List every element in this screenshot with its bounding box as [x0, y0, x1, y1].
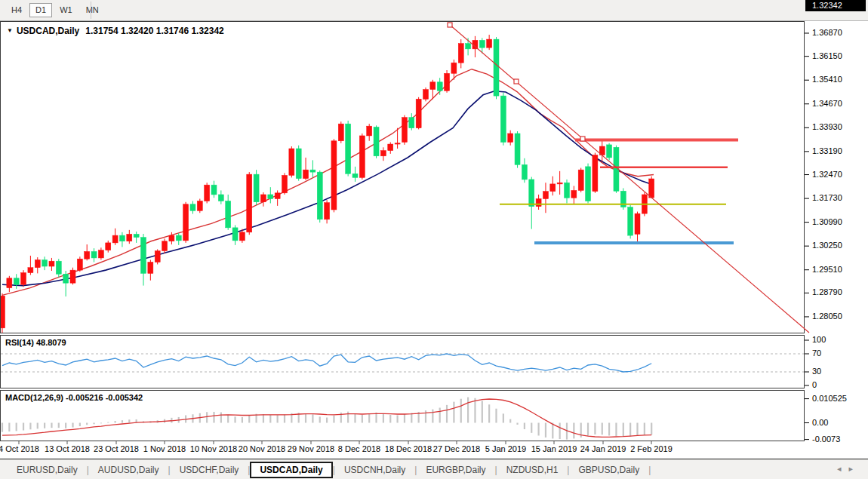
price-axis-label: 1.31730: [812, 193, 842, 202]
price-axis-label: 1.30990: [812, 217, 842, 226]
date-axis-label: 27 Dec 2018: [433, 444, 480, 453]
rsi-axis-label: 30: [812, 367, 821, 376]
price-axis-label: 1.28050: [812, 312, 842, 321]
symbol-tab-bar: EURUSD,Daily|AUDUSD,Daily|USDCHF,Daily|U…: [0, 459, 868, 479]
rsi-axis-label: 100: [812, 335, 826, 344]
macd-axis-label: 0.010525: [812, 394, 847, 403]
macd-indicator-label: MACD(12,26,9) -0.005216 -0.005342: [5, 393, 143, 402]
rsi-indicator-label: RSI(14) 48.8079: [5, 338, 66, 347]
date-axis-label: 10 Nov 2018: [190, 444, 237, 453]
rsi-axis-label: 0: [812, 380, 817, 389]
tab-eurgbp[interactable]: EURGBP,Daily: [417, 462, 494, 477]
date-axis-label: 29 Nov 2018: [288, 444, 334, 453]
date-axis-label: 15 Jan 2019: [531, 444, 577, 453]
date-axis-label: 18 Dec 2018: [385, 444, 432, 453]
date-axis-label: 24 Jan 2019: [580, 444, 626, 453]
timeframe-button-mn[interactable]: MN: [80, 3, 105, 17]
rsi-axis-label: 70: [812, 349, 821, 358]
price-axis-label: 1.35410: [812, 75, 842, 84]
tab-usdchf[interactable]: USDCHF,Daily: [171, 462, 248, 477]
symbol-dropdown-icon: ▼: [7, 27, 13, 34]
tab-separator: |: [648, 465, 651, 475]
macd-axis-label: 0.00: [812, 418, 828, 427]
timeframe-toolbar: H4D1W1MN: [0, 0, 868, 21]
price-axis-label: 1.36870: [812, 28, 842, 37]
tab-audusd[interactable]: AUDUSD,Daily: [89, 462, 168, 477]
current-price-badge: 1.32342: [805, 0, 866, 11]
toolbar-separator: [91, 2, 91, 19]
tab-nzdusd[interactable]: NZDUSD,H1: [497, 462, 568, 477]
tab-usdcad[interactable]: USDCAD,Daily: [250, 462, 332, 478]
date-axis-label: 1 Nov 2018: [143, 444, 186, 453]
macd-axis-label: -0.0073: [812, 434, 840, 444]
date-axis-label: 5 Jan 2019: [485, 444, 526, 453]
timeframe-button-d1[interactable]: D1: [29, 3, 52, 17]
timeframe-button-w1[interactable]: W1: [54, 3, 78, 17]
main-chart-panel[interactable]: [0, 21, 805, 333]
tab-gbpusd[interactable]: GBPUSD,Daily: [569, 462, 648, 477]
rsi-panel[interactable]: [0, 335, 805, 388]
price-axis-label: 1.29510: [812, 265, 842, 274]
tab-usdcnh[interactable]: USDCNH,Daily: [335, 462, 414, 477]
tab-scroll-left-icon[interactable]: ◂: [837, 464, 849, 473]
price-axis-label: 1.32470: [812, 170, 842, 179]
price-axis-label: 1.33930: [812, 122, 842, 131]
price-axis-label: 1.36150: [812, 51, 842, 60]
date-axis-label: 23 Oct 2018: [94, 444, 139, 453]
price-axis-label: 1.34670: [812, 99, 842, 108]
price-axis-label: 1.33190: [812, 146, 842, 155]
symbol-name: USDCAD,Daily: [17, 26, 79, 36]
tab-eurusd[interactable]: EURUSD,Daily: [8, 462, 87, 477]
tab-scroll-right-icon[interactable]: ▸: [848, 464, 860, 473]
symbol-tabs: EURUSD,Daily|AUDUSD,Daily|USDCHF,Daily|U…: [8, 461, 651, 478]
date-axis-label: 2 Feb 2019: [630, 444, 673, 453]
price-axis-label: 1.28790: [812, 287, 842, 296]
price-axis-label: 1.30250: [812, 241, 842, 250]
date-axis-label: 20 Nov 2018: [239, 444, 285, 453]
date-axis-label: 8 Dec 2018: [338, 444, 380, 453]
date-axis-label: 13 Oct 2018: [45, 444, 90, 453]
chart-title: ▼USDCAD,Daily1.31754 1.32420 1.31746 1.3…: [7, 26, 224, 36]
tab-scroll-arrows: ◂▸: [837, 464, 860, 474]
ohlc-values: 1.31754 1.32420 1.31746 1.32342: [85, 26, 224, 36]
date-axis-label: 4 Oct 2018: [0, 444, 39, 453]
timeframe-button-h4[interactable]: H4: [5, 3, 28, 17]
